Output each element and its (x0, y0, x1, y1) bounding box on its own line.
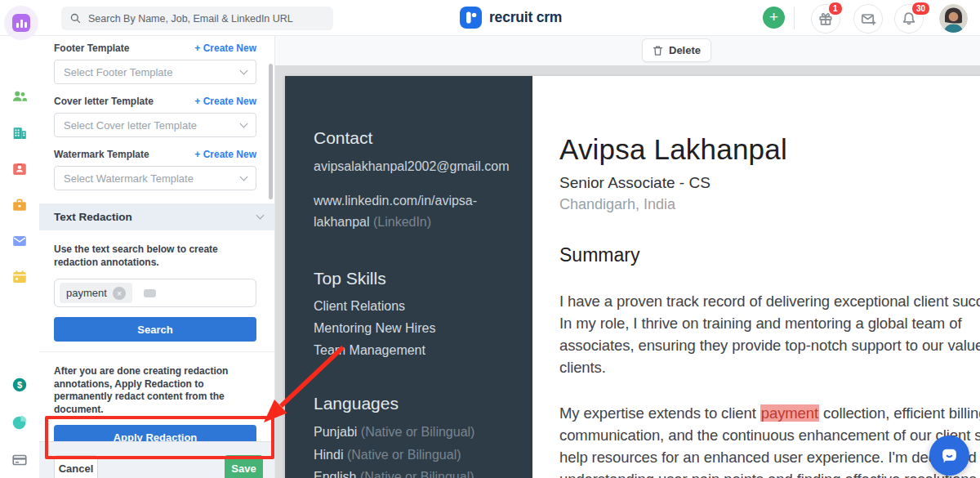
jobs-icon[interactable] (11, 196, 29, 214)
email-button[interactable] (853, 4, 883, 34)
redaction-highlight: payment (760, 404, 819, 422)
remove-tag-button[interactable]: × (113, 287, 126, 300)
app-logo: recruit crm (460, 7, 562, 29)
resume-page: Contact avipsalakhanpal2002@gmail.com ww… (285, 76, 980, 478)
contact-title: Contact (314, 128, 510, 148)
document-toolbar-strip (275, 36, 980, 65)
notifications-badge: 30 (911, 1, 931, 16)
email-nav-icon[interactable] (11, 232, 29, 250)
mail-plus-icon (860, 11, 876, 27)
recruitcrm-logo-icon (460, 7, 482, 29)
contact-linkedin: www.linkedin.com/in/avipsa-lakhanpal (Li… (314, 190, 510, 233)
search-icon (69, 12, 82, 25)
panel-scrollbar[interactable] (269, 64, 273, 199)
resume-body: Avipsa Lakhanpal Senior Associate - CS C… (532, 76, 980, 478)
input-cursor-icon (144, 289, 156, 297)
languages-title: Languages (314, 394, 510, 413)
text-redaction-section-header[interactable]: Text Redaction (39, 203, 274, 230)
add-new-button[interactable]: + (763, 7, 785, 29)
chat-widget-button[interactable] (929, 436, 969, 476)
panel-divider (39, 351, 274, 352)
skill-item: Mentoring New Hires (314, 317, 510, 339)
watermark-create-new-link[interactable]: + Create New (194, 149, 256, 160)
footer-template-label: Footer Template (54, 42, 129, 54)
dashboard-icon[interactable] (12, 14, 30, 32)
chevron-down-icon (256, 212, 265, 220)
nav-rail: $ ⚙ (0, 36, 39, 478)
footer-template-select[interactable]: Select Footer Template (54, 60, 256, 84)
top-skills-title: Top Skills (314, 269, 510, 288)
language-item: English (Native or Bilingual) (314, 466, 510, 478)
cover-letter-create-new-link[interactable]: + Create New (194, 96, 256, 107)
redaction-term-tag: payment × (60, 283, 132, 303)
panel-footer: Cancel Save (39, 441, 274, 478)
footer-template-create-new-link[interactable]: + Create New (194, 42, 256, 54)
summary-title: Summary (559, 244, 980, 266)
search-placeholder: Search By Name, Job, Email & LinkedIn UR… (88, 13, 293, 25)
summary-paragraph-1: I have a proven track record of deliveri… (559, 290, 980, 378)
apply-redaction-note: After you are done creating redaction an… (54, 365, 256, 416)
watermark-template-select[interactable]: Select Watermark Template (54, 166, 256, 190)
redaction-instructions: Use the text search below to create reda… (54, 243, 256, 269)
trash-icon (653, 45, 663, 56)
chevron-down-icon (240, 119, 248, 127)
summary-paragraph-2: My expertise extends to client payment c… (559, 402, 980, 478)
contact-email: avipsalakhanpal2002@gmail.com (314, 156, 510, 177)
chevron-down-icon (240, 66, 248, 74)
candidate-title: Senior Associate - CS (559, 174, 980, 192)
document-settings-panel: Footer Template + Create New Select Foot… (39, 36, 275, 478)
deals-icon[interactable]: $ (11, 376, 29, 394)
topbar-divider (794, 7, 795, 29)
chat-icon (939, 445, 960, 466)
logo-text: recruit crm (489, 9, 562, 26)
candidate-name: Avipsa Lakhanpal (559, 133, 980, 166)
skill-item: Team Management (314, 339, 510, 361)
chevron-down-icon (240, 172, 248, 181)
language-item: Hindi (Native or Bilingual) (314, 444, 510, 467)
skill-item: Client Relations (314, 295, 510, 317)
cancel-button[interactable]: Cancel (54, 455, 98, 478)
search-input[interactable]: Search By Name, Job, Email & LinkedIn UR… (61, 7, 333, 30)
cover-letter-template-select[interactable]: Select Cover letter Template (54, 113, 256, 137)
delete-button[interactable]: Delete (642, 38, 711, 62)
candidates-icon[interactable] (11, 87, 29, 105)
contacts-icon[interactable] (11, 160, 29, 178)
save-button[interactable]: Save (225, 455, 263, 478)
redaction-term-input[interactable]: payment × (54, 279, 256, 307)
search-redaction-button[interactable]: Search (54, 317, 256, 342)
rewards-badge: 1 (827, 1, 844, 16)
user-avatar[interactable] (939, 4, 968, 33)
billing-icon[interactable] (11, 451, 29, 469)
candidate-location: Chandigarh, India (559, 196, 980, 213)
svg-text:$: $ (17, 380, 22, 390)
watermark-template-label: Watermark Template (54, 149, 149, 160)
calendar-icon[interactable] (11, 268, 29, 286)
reports-icon[interactable] (11, 413, 29, 431)
language-item: Punjabi (Native or Bilingual) (314, 421, 510, 444)
cover-letter-template-label: Cover letter Template (54, 96, 154, 107)
companies-icon[interactable] (11, 124, 29, 142)
resume-sidebar: Contact avipsalakhanpal2002@gmail.com ww… (285, 76, 532, 478)
